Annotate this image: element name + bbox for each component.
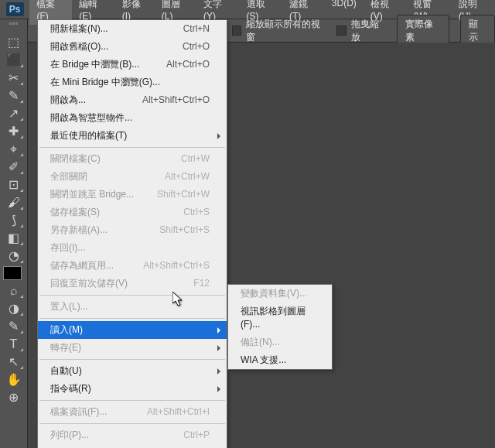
tool-button[interactable]: ⌖ (3, 140, 25, 158)
toolbox-handle[interactable] (2, 22, 26, 29)
menu-item-shortcut: Ctrl+W (181, 152, 210, 166)
menu-item-label: 轉存(E) (50, 341, 81, 354)
menu-separator (39, 400, 225, 401)
menu-item: 備註(N)... (228, 333, 332, 351)
menu-item: 轉存(E) (38, 339, 227, 357)
toolbox: ⬚⬛✂✎↗✚⌖✐⊡🖌⟆◧◔⌕◑✎T↖✋⊕ (0, 19, 28, 448)
checkbox-icon (232, 26, 241, 36)
menu-item-label: 讀入(M) (50, 323, 83, 337)
menu-item-label: 關閉檔案(C) (50, 152, 101, 166)
tool-button[interactable]: ⬛ (3, 51, 25, 69)
menu-item-label: 指令碼(R) (50, 382, 91, 395)
tool-button[interactable]: ✎ (3, 87, 25, 104)
menu-separator (39, 318, 225, 319)
zoom-all-windows-label: 縮放顯示所有的視窗 (246, 18, 326, 44)
menu-item: 變數資料集(V)... (228, 285, 332, 303)
zoom-all-windows-checkbox[interactable]: 縮放顯示所有的視窗 (232, 18, 326, 44)
menu-item[interactable]: 開啟為...Alt+Shift+Ctrl+O (38, 91, 227, 109)
tool-button[interactable]: ⟆ (3, 211, 25, 229)
tool-button[interactable]: ◑ (3, 299, 25, 317)
menu-item-label: 在 Mini Bridge 中瀏覽(G)... (50, 76, 160, 89)
tool-button[interactable]: ✎ (3, 317, 25, 335)
tool-button[interactable]: ↗ (3, 104, 25, 122)
tool-button[interactable]: ⬚ (3, 33, 25, 51)
menu-item: 列印一份拷貝(Y)Alt+Shift+Ctrl+P (38, 444, 227, 448)
menu-item-label: 最近使用的檔案(T) (50, 129, 127, 142)
menu-item-shortcut: Alt+Shift+Ctrl+O (142, 94, 210, 107)
menu-item-shortcut: Ctrl+P (183, 429, 210, 442)
tool-button[interactable]: ⊡ (3, 176, 25, 193)
menu-item-label: 儲存檔案(S) (50, 206, 100, 219)
tool-button[interactable]: T (3, 335, 25, 353)
menu-item-label: 開啟舊檔(O)... (50, 40, 108, 53)
menu-item-label: 列印(P)... (50, 429, 89, 442)
file-menu-dropdown: 開新檔案(N)...Ctrl+N開啟舊檔(O)...Ctrl+O在 Bridge… (37, 19, 227, 448)
tool-button[interactable]: 🖌 (3, 193, 25, 211)
menu-item-label: 開新檔案(N)... (50, 22, 108, 36)
menu-item-label: 另存新檔(A)... (50, 224, 108, 237)
menu-item: 檔案資訊(F)...Alt+Shift+Ctrl+I (38, 403, 227, 421)
menu-item[interactable]: WIA 支援... (228, 351, 332, 369)
menu-item[interactable]: 開新檔案(N)...Ctrl+N (38, 20, 227, 38)
ps-logo: Ps (0, 0, 29, 19)
menu-item-shortcut: Ctrl+S (183, 206, 210, 219)
menu-item[interactable]: 開啟為智慧型物件... (38, 109, 227, 127)
menu-item-shortcut: Ctrl+O (183, 40, 210, 53)
menu-item: 關閉檔案(C)Ctrl+W (38, 150, 227, 168)
menu-item[interactable]: 讀入(M) (38, 321, 227, 339)
menu-item[interactable]: 最近使用的檔案(T) (38, 127, 227, 145)
menu-item-shortcut: Shift+Ctrl+S (159, 224, 210, 237)
menu-item-label: 視訊影格到圖層(F)... (241, 305, 315, 331)
import-submenu: 變數資料集(V)...視訊影格到圖層(F)...備註(N)...WIA 支援..… (227, 284, 333, 370)
tool-button[interactable]: ✐ (3, 158, 25, 176)
menu-item-shortcut: F12 (193, 277, 210, 290)
menu-item: 置入(L)... (38, 298, 227, 316)
menu-separator (39, 359, 225, 360)
menu-item-shortcut: Ctrl+N (183, 22, 210, 36)
menu-item[interactable]: 自動(U) (38, 362, 227, 380)
tool-button[interactable]: ✂ (3, 69, 25, 87)
menu-item-shortcut: Alt+Ctrl+W (165, 170, 210, 183)
scrubby-zoom-label: 拖曳縮放 (351, 18, 387, 44)
menu-item: 關閉並跳至 Bridge...Shift+Ctrl+W (38, 186, 227, 203)
menu-separator (39, 147, 225, 148)
menu-item-shortcut: Shift+Ctrl+W (157, 188, 210, 201)
menu-item-label: 備註(N)... (241, 336, 280, 349)
menu-item-label: 檔案資訊(F)... (50, 405, 107, 419)
menu-item[interactable]: 在 Mini Bridge 中瀏覽(G)... (38, 74, 227, 91)
checkbox-icon (336, 26, 346, 36)
menu-separator (39, 423, 225, 424)
tool-button[interactable]: ✚ (3, 122, 25, 140)
color-swatch[interactable] (3, 266, 22, 280)
menu-item-label: 開啟為智慧型物件... (50, 111, 132, 125)
tool-button[interactable]: ↖ (3, 353, 25, 371)
menu-item-label: 回復至前次儲存(V) (50, 277, 128, 290)
tool-button[interactable]: ◔ (3, 247, 25, 265)
menu-item-label: 關閉並跳至 Bridge... (50, 188, 134, 201)
scrubby-zoom-checkbox[interactable]: 拖曳縮放 (336, 18, 386, 44)
menu-item[interactable]: 視訊影格到圖層(F)... (228, 303, 332, 333)
menu-item-label: 開啟為... (50, 94, 86, 107)
menu-item-label: 在 Bridge 中瀏覽(B)... (50, 58, 139, 71)
menu-item-label: 自動(U) (50, 364, 82, 378)
menu-item-shortcut: Alt+Shift+Ctrl+I (147, 405, 210, 419)
tool-button[interactable]: ◧ (3, 229, 25, 247)
tool-button[interactable]: ⊕ (3, 388, 25, 406)
menu-item: 存回(I)... (38, 239, 227, 257)
menu-item[interactable]: 指令碼(R) (38, 380, 227, 398)
tool-button[interactable]: ✋ (3, 371, 25, 388)
menu-item: 列印(P)...Ctrl+P (38, 426, 227, 444)
menu-separator (39, 295, 225, 296)
menu-item: 另存新檔(A)...Shift+Ctrl+S (38, 221, 227, 239)
menu-item-label: 變數資料集(V)... (241, 287, 307, 300)
menu-item-label: 存回(I)... (50, 241, 85, 255)
tool-button[interactable]: ⌕ (3, 282, 25, 299)
menu-item[interactable]: 開啟舊檔(O)...Ctrl+O (38, 38, 227, 56)
menu-item-label: 全部關閉 (50, 170, 87, 183)
menu-item: 全部關閉Alt+Ctrl+W (38, 168, 227, 186)
menu-item[interactable]: 在 Bridge 中瀏覽(B)...Alt+Ctrl+O (38, 56, 227, 74)
menu-item: 儲存為網頁用...Alt+Shift+Ctrl+S (38, 257, 227, 275)
menu-item: 回復至前次儲存(V)F12 (38, 275, 227, 292)
menu-item-shortcut: Alt+Shift+Ctrl+S (143, 259, 210, 272)
menu-item-label: WIA 支援... (241, 354, 286, 367)
